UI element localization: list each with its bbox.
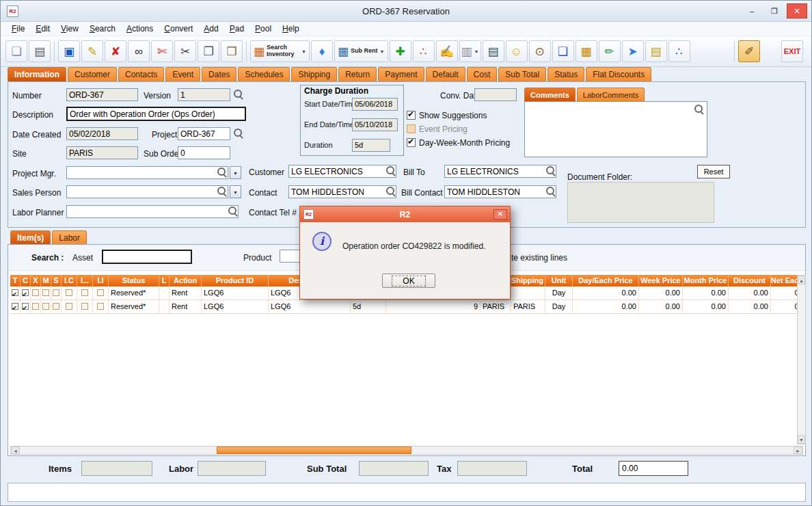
row-checkbox[interactable] <box>53 289 59 296</box>
brush-button[interactable]: ✐ <box>738 40 760 62</box>
cell-x[interactable] <box>31 287 41 299</box>
menu-view[interactable]: View <box>55 24 84 34</box>
column-header-m[interactable]: M <box>41 275 51 287</box>
tab-items[interactable]: Item(s) <box>10 230 51 245</box>
dwm-pricing-checkbox[interactable] <box>407 138 416 147</box>
column-header-month_price[interactable]: Month Price <box>683 275 729 287</box>
row-checkbox[interactable] <box>12 303 18 310</box>
tab-dates[interactable]: Dates <box>202 67 236 81</box>
cell-m[interactable] <box>41 287 51 299</box>
column-header-ic[interactable]: I.C <box>62 275 77 287</box>
column-header-shipping_site[interactable]: Shipping Site <box>511 275 545 287</box>
group-balls-button[interactable]: ∴ <box>413 40 435 62</box>
site-field[interactable]: PARIS <box>66 146 138 159</box>
ink-drop-button[interactable]: ♦ <box>311 40 333 62</box>
vertical-scrollbar[interactable]: ▲ ▼ <box>797 275 806 444</box>
number-field[interactable]: ORD-367 <box>66 88 138 101</box>
row-checkbox[interactable] <box>12 289 18 296</box>
scroll-left-icon[interactable]: ◄ <box>11 447 20 454</box>
dropdown-arrow-icon[interactable]: ▼ <box>474 49 479 54</box>
row-checkbox[interactable] <box>42 303 49 310</box>
new-order-button[interactable]: ❏ <box>5 40 27 62</box>
column-header-c[interactable]: C <box>21 275 31 287</box>
row-checkbox[interactable] <box>81 289 88 296</box>
cell-s[interactable] <box>51 300 62 313</box>
row-checkbox[interactable] <box>66 303 72 310</box>
tab-information[interactable]: Information <box>8 67 66 81</box>
cell-c[interactable] <box>21 300 31 313</box>
project-mgr-search-icon[interactable] <box>217 168 226 176</box>
column-header-l[interactable]: L <box>159 275 170 287</box>
cube-button[interactable]: ▦ <box>576 40 597 62</box>
tab-status[interactable]: Status <box>547 67 584 81</box>
tab-default[interactable]: Default <box>426 67 465 81</box>
cell-m[interactable] <box>41 300 51 313</box>
find-button[interactable]: ∞ <box>128 40 150 62</box>
tab-flat-discounts[interactable]: Flat Discounts <box>586 67 651 81</box>
dialog-titlebar[interactable]: R2 R2 ✕ <box>300 207 510 222</box>
version-search-icon[interactable] <box>234 90 242 98</box>
tab-shipping[interactable]: Shipping <box>291 67 337 81</box>
customer-field[interactable]: LG ELECTRONICS <box>288 165 396 178</box>
copy-order-button[interactable]: ✄ <box>151 40 173 62</box>
bill-contact-field[interactable]: TOM HIDDLESTON <box>444 185 556 198</box>
version-field[interactable]: 1 <box>178 88 230 101</box>
reset-button[interactable]: Reset <box>697 165 730 178</box>
document-folder-box[interactable] <box>567 182 714 223</box>
row-checkbox[interactable] <box>22 303 29 310</box>
labor-planner-field[interactable] <box>66 205 239 218</box>
close-button-icon[interactable]: ✕ <box>787 3 807 18</box>
report-button[interactable]: ▤ <box>483 40 504 62</box>
dropdown-arrow-icon[interactable]: ▼ <box>301 49 306 54</box>
copy-button[interactable]: ❐ <box>198 40 219 62</box>
duration-field[interactable]: 5d <box>352 139 390 152</box>
column-header-net_price[interactable]: Net Each Price <box>771 275 798 287</box>
asset-search-input[interactable] <box>102 250 192 264</box>
sub-orders-field[interactable]: 0 <box>178 146 230 159</box>
show-suggestions-checkbox[interactable] <box>407 111 416 120</box>
row-checkbox[interactable] <box>81 303 88 310</box>
add-button[interactable]: ✚ <box>390 40 411 62</box>
project-field[interactable]: ORD-367 <box>178 127 230 140</box>
smiley-button[interactable]: ☺ <box>506 40 528 62</box>
cell-s[interactable] <box>51 287 62 299</box>
tab-customer[interactable]: Customer <box>68 67 117 81</box>
cell-ii[interactable] <box>93 287 109 299</box>
book-button[interactable]: ❑ <box>552 40 574 62</box>
menu-help[interactable]: Help <box>277 24 305 34</box>
column-header-ip[interactable]: I... <box>77 275 93 287</box>
key-button[interactable]: ➤ <box>622 40 644 62</box>
tab-return[interactable]: Return <box>338 67 377 81</box>
contact-field[interactable]: TOM HIDDLESTON <box>288 185 396 198</box>
tab-payment[interactable]: Payment <box>378 67 424 81</box>
row-checkbox[interactable] <box>32 303 39 310</box>
pool-button[interactable]: ∴ <box>668 40 690 62</box>
sales-person-search-icon[interactable] <box>217 187 226 195</box>
menu-file[interactable]: File <box>6 24 30 34</box>
bill-to-field[interactable]: LG ELECTRONICS <box>444 165 556 178</box>
labor-planner-search-icon[interactable] <box>228 207 236 215</box>
column-header-unit[interactable]: Unit <box>545 275 573 287</box>
invoice-button[interactable]: ▤ <box>645 40 667 62</box>
dialog-close-icon[interactable]: ✕ <box>493 209 507 219</box>
customer-search-icon[interactable] <box>386 166 394 174</box>
dropdown-arrow-icon[interactable]: ▼ <box>380 49 385 54</box>
row-checkbox[interactable] <box>32 289 39 296</box>
column-header-product_id[interactable]: Product ID <box>202 275 269 287</box>
contact-search-icon[interactable] <box>386 187 394 195</box>
scroll-up-icon[interactable]: ▲ <box>798 276 805 284</box>
search-inventory-button[interactable]: ▦Search Inventory▼ <box>250 40 310 62</box>
table-row[interactable]: Reserved*RentLGQ6LGQ65d9PARISPARISDay0.0… <box>10 300 798 314</box>
cell-c[interactable] <box>21 287 31 299</box>
event-pricing-checkbox[interactable] <box>407 124 416 133</box>
tab-schedules[interactable]: Schedules <box>238 67 290 81</box>
cell-ip[interactable] <box>77 287 93 299</box>
cell-t[interactable] <box>10 300 21 313</box>
cell-t[interactable] <box>10 287 21 299</box>
column-header-action[interactable]: Action <box>170 275 202 287</box>
end-date-field[interactable]: 05/10/2018 <box>352 118 398 131</box>
row-checkbox[interactable] <box>97 303 104 310</box>
menu-search[interactable]: Search <box>84 24 121 34</box>
column-header-ii[interactable]: I.I <box>93 275 109 287</box>
project-mgr-dropdown-icon[interactable]: ▼ <box>230 166 241 179</box>
